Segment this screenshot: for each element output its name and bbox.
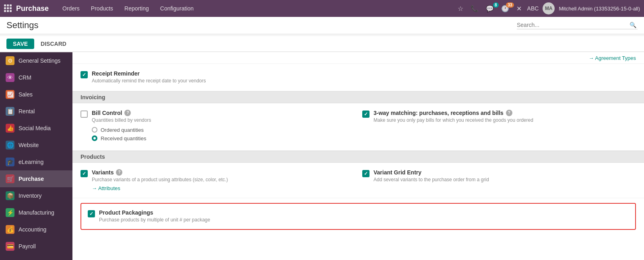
user-initials: ABC bbox=[527, 5, 539, 12]
nav-products[interactable]: Products bbox=[86, 3, 118, 14]
sidebar-label-purchase: Purchase bbox=[19, 176, 44, 182]
receipt-reminder-row: ✓ Receipt Reminder Automatically remind … bbox=[72, 64, 644, 91]
discard-button[interactable]: DISCARD bbox=[37, 39, 70, 49]
agreement-types-link[interactable]: Agreement Types bbox=[588, 55, 636, 61]
search-input[interactable] bbox=[517, 22, 630, 28]
save-button[interactable]: SAVE bbox=[6, 39, 34, 49]
page-title: Settings bbox=[6, 20, 39, 31]
three-way-matching-checkbox[interactable]: ✓ bbox=[362, 111, 369, 118]
sidebar-item-accounting[interactable]: 💰 Accounting bbox=[0, 221, 72, 238]
messages-icon-wrap[interactable]: 💬 8 bbox=[484, 5, 495, 12]
website-icon: 🌐 bbox=[6, 141, 14, 149]
clock-badge: 33 bbox=[506, 2, 514, 8]
navbar-brand[interactable]: Purchase bbox=[16, 4, 49, 13]
sidebar-item-website[interactable]: 🌐 Website bbox=[0, 137, 72, 154]
avatar[interactable]: MA bbox=[543, 2, 555, 14]
three-way-matching-title: 3-way matching: purchases, receptions an… bbox=[374, 110, 636, 116]
sidebar-item-elearning[interactable]: 🎓 eLearning bbox=[0, 154, 72, 170]
sidebar-item-purchase[interactable]: 🛒 Purchase bbox=[0, 170, 72, 187]
accounting-icon: 💰 bbox=[6, 225, 14, 234]
invoicing-row: Bill Control ? Quantities billed by vend… bbox=[72, 103, 644, 151]
close-icon[interactable]: ✕ bbox=[515, 3, 523, 14]
sidebar-item-general-settings[interactable]: ⚙ General Settings bbox=[0, 52, 72, 69]
sidebar-label-payroll: Payroll bbox=[19, 243, 36, 250]
bill-control-checkbox[interactable] bbox=[80, 111, 88, 118]
sidebar-item-manufacturing[interactable]: ⚡ Manufacturing bbox=[0, 204, 72, 221]
sidebar-label-accounting: Accounting bbox=[19, 226, 46, 233]
variant-grid-entry-desc: Add several variants to the purchase ord… bbox=[374, 176, 636, 183]
sidebar: ⚙ General Settings 👁 CRM 📈 Sales 📋 Renta… bbox=[0, 52, 72, 260]
nav-configuration[interactable]: Configuration bbox=[155, 3, 198, 14]
bill-control-info-icon: ? bbox=[124, 110, 131, 116]
sidebar-label-inventory: Inventory bbox=[19, 192, 42, 199]
product-packagings-title: Product Packagings bbox=[99, 209, 629, 216]
three-way-matching-col: ✓ 3-way matching: purchases, receptions … bbox=[362, 110, 636, 144]
sidebar-label-elearning: eLearning bbox=[19, 159, 43, 165]
navbar: Purchase Orders Products Reporting Confi… bbox=[0, 0, 644, 17]
phone-icon[interactable]: 📞 bbox=[469, 3, 480, 14]
sidebar-label-website: Website bbox=[19, 142, 39, 148]
variants-desc: Purchase variants of a product using att… bbox=[92, 176, 354, 183]
payroll-icon: 💳 bbox=[6, 242, 14, 251]
variant-grid-entry-text: Variant Grid Entry Add several variants … bbox=[374, 169, 636, 183]
messages-badge: 8 bbox=[493, 2, 499, 8]
sidebar-item-inventory[interactable]: 📦 Inventory bbox=[0, 187, 72, 204]
sidebar-item-crm[interactable]: 👁 CRM bbox=[0, 69, 72, 86]
radio-ordered-circle bbox=[92, 127, 97, 133]
receipt-reminder-checkbox[interactable]: ✓ bbox=[80, 71, 88, 78]
star-icon[interactable]: ☆ bbox=[456, 3, 465, 14]
grid-menu-icon[interactable] bbox=[4, 4, 12, 12]
sidebar-item-rental[interactable]: 📋 Rental bbox=[0, 103, 72, 120]
radio-received-quantities[interactable]: Received quantities bbox=[92, 135, 354, 141]
app-body: ⚙ General Settings 👁 CRM 📈 Sales 📋 Renta… bbox=[0, 52, 644, 260]
attributes-link[interactable]: Attributes bbox=[92, 185, 120, 191]
receipt-reminder-text: Receipt Reminder Automatically remind th… bbox=[92, 70, 636, 84]
receipt-reminder-title: Receipt Reminder bbox=[92, 70, 636, 77]
product-packagings-highlight-box: ✓ Product Packagings Purchase products b… bbox=[80, 203, 636, 230]
sidebar-item-payroll[interactable]: 💳 Payroll bbox=[0, 238, 72, 255]
product-packagings-checkbox[interactable]: ✓ bbox=[88, 210, 95, 217]
three-way-matching-desc: Make sure you only pay bills for which y… bbox=[374, 117, 636, 124]
variants-text: Variants ? Purchase variants of a produc… bbox=[92, 169, 354, 192]
navbar-right: ☆ 📞 💬 8 🕐 33 ✕ ABC MA Mitchell Admin (13… bbox=[456, 2, 640, 14]
sidebar-item-sales[interactable]: 📈 Sales bbox=[0, 86, 72, 103]
clock-icon-wrap[interactable]: 🕐 33 bbox=[500, 5, 511, 12]
bill-control-unchecked bbox=[80, 111, 88, 118]
social-icon: 👍 bbox=[6, 124, 14, 133]
receipt-reminder-checked: ✓ bbox=[80, 71, 88, 78]
elearning-icon: 🎓 bbox=[6, 158, 14, 166]
nav-reporting[interactable]: Reporting bbox=[120, 3, 154, 14]
variants-info-icon: ? bbox=[116, 169, 122, 176]
main-content: Agreement Types ✓ Receipt Reminder Autom… bbox=[72, 52, 644, 260]
variants-checkbox[interactable]: ✓ bbox=[80, 170, 88, 177]
bill-control-text: Bill Control ? Quantities billed by vend… bbox=[92, 110, 354, 144]
sales-icon: 📈 bbox=[6, 90, 14, 99]
radio-ordered-label: Ordered quantities bbox=[101, 127, 144, 133]
sidebar-label-sales: Sales bbox=[19, 91, 33, 98]
search-icon: 🔍 bbox=[630, 22, 636, 28]
sidebar-item-social-media[interactable]: 👍 Social Media bbox=[0, 120, 72, 137]
variant-grid-entry-checked: ✓ bbox=[362, 170, 369, 177]
sidebar-label-social-media: Social Media bbox=[19, 125, 51, 131]
receipt-reminder-desc: Automatically remind the receipt date to… bbox=[92, 78, 636, 84]
invoicing-section-header: Invoicing bbox=[72, 91, 644, 103]
variant-grid-entry-checkbox[interactable]: ✓ bbox=[362, 170, 369, 177]
radio-ordered-quantities[interactable]: Ordered quantities bbox=[92, 127, 354, 133]
nav-orders[interactable]: Orders bbox=[58, 3, 85, 14]
admin-name: Mitchell Admin (13353256-15-0-all) bbox=[559, 6, 640, 12]
search-wrap: 🔍 bbox=[517, 22, 638, 29]
three-way-matching-text: 3-way matching: purchases, receptions an… bbox=[374, 110, 636, 124]
inventory-icon: 📦 bbox=[6, 191, 14, 200]
bill-control-col: Bill Control ? Quantities billed by vend… bbox=[80, 110, 354, 144]
variants-checked: ✓ bbox=[80, 170, 88, 177]
variants-col: ✓ Variants ? Purchase variants of a prod… bbox=[80, 169, 354, 192]
receipt-reminder-col: ✓ Receipt Reminder Automatically remind … bbox=[80, 70, 636, 84]
top-link-area: Agreement Types bbox=[72, 52, 644, 64]
three-way-matching-checked: ✓ bbox=[362, 111, 369, 118]
bill-control-desc: Quantities billed by vendors bbox=[92, 117, 354, 124]
variant-grid-entry-col: ✓ Variant Grid Entry Add several variant… bbox=[362, 169, 636, 192]
btn-row: SAVE DISCARD bbox=[0, 36, 644, 52]
radio-received-circle bbox=[92, 135, 97, 141]
general-settings-icon: ⚙ bbox=[6, 56, 14, 65]
variants-title: Variants ? bbox=[92, 169, 354, 176]
